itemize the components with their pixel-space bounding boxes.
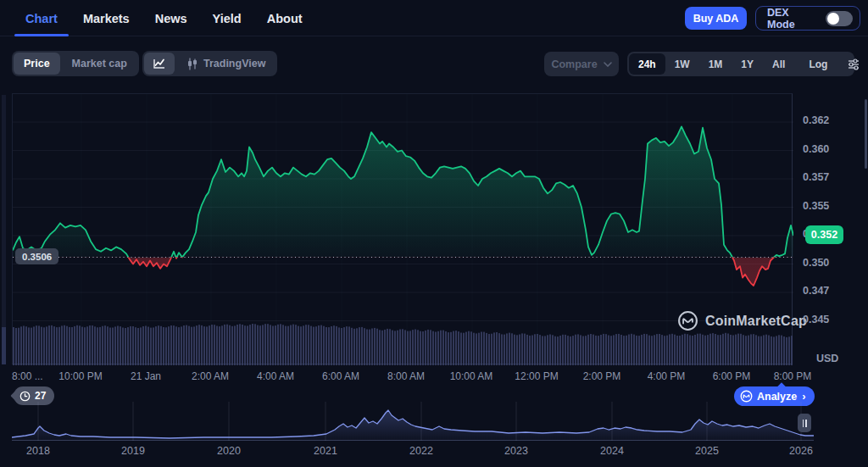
x-axis-label: 2:00 AM	[192, 370, 229, 382]
nav-tabs: Chart Markets News Yield About	[25, 0, 303, 36]
price-marketcap-switch: Price Market cap	[12, 51, 139, 76]
history-minimap[interactable]	[12, 397, 814, 441]
x-axis-label: 12:00 PM	[515, 370, 558, 382]
market-cap-tab[interactable]: Market cap	[62, 53, 137, 75]
price-chart-svg	[13, 94, 793, 365]
compare-label: Compare	[551, 58, 597, 70]
range-24h[interactable]: 24h	[629, 53, 665, 75]
x-axis-label: 6:00 PM	[713, 370, 751, 382]
range-1w[interactable]: 1W	[665, 53, 699, 75]
line-chart-type-button[interactable]	[144, 53, 175, 75]
y-axis-label: 0.357	[803, 171, 829, 183]
chart-type-switch: TradingView	[142, 51, 277, 76]
watermark-text: CoinMarketCap	[705, 314, 807, 329]
price-tab[interactable]: Price	[14, 53, 60, 75]
x-axis-label: 2:00 PM	[583, 370, 621, 382]
tab-yield[interactable]: Yield	[213, 12, 242, 25]
chart-settings-button[interactable]	[842, 53, 865, 75]
x-axis-label: 10:00 AM	[450, 370, 493, 382]
previous-close-label: 0.3506	[15, 248, 58, 264]
year-label: 2018	[26, 445, 50, 457]
tab-about[interactable]: About	[267, 12, 303, 25]
watermark: CoinMarketCap	[677, 310, 807, 331]
chevron-down-icon	[604, 62, 612, 67]
x-axis-label: 8:00 PM	[774, 370, 812, 382]
minimap-range-handle[interactable]	[798, 414, 811, 432]
tab-markets[interactable]: Markets	[83, 12, 130, 25]
x-axis-label: 8:00 AM	[387, 370, 425, 382]
year-label: 2023	[504, 445, 528, 457]
year-label: 2024	[600, 445, 624, 457]
year-label: 2025	[695, 445, 719, 457]
buy-ada-button[interactable]: Buy ADA	[685, 7, 747, 30]
x-axis-label: 4:00 PM	[648, 370, 686, 382]
x-axis-label: 10:00 PM	[58, 370, 102, 382]
line-chart-icon	[153, 57, 166, 70]
year-label: 2026	[789, 445, 813, 457]
scrollbar-thumb[interactable]	[865, 99, 867, 169]
minimap-svg	[12, 397, 814, 441]
currency-label: USD	[816, 353, 838, 364]
x-axis-label: 8:00 ...	[12, 370, 43, 382]
compare-button[interactable]: Compare	[544, 52, 619, 76]
year-label: 2022	[409, 445, 433, 457]
x-axis-label: 4:00 AM	[257, 370, 294, 382]
current-price-badge: 0.352	[805, 225, 843, 244]
time-range-group: 24h 1W 1M 1Y All Log	[627, 52, 854, 76]
tab-news[interactable]: News	[155, 12, 187, 25]
toggle-knob	[827, 13, 839, 25]
log-scale-button[interactable]: Log	[799, 53, 837, 75]
x-axis-label: 21 Jan	[131, 370, 161, 382]
year-label: 2020	[217, 445, 241, 457]
tradingview-label: TradingView	[203, 58, 265, 69]
tradingview-button[interactable]: TradingView	[176, 53, 275, 75]
year-label: 2021	[314, 445, 337, 457]
dex-mode-toggle[interactable]	[826, 11, 853, 26]
y-axis-label: 0.345	[803, 314, 829, 325]
left-edge-chart-overflow	[2, 95, 6, 364]
y-axis-label: 0.362	[803, 114, 829, 126]
y-axis-label: 0.350	[803, 257, 829, 269]
active-tab-underline	[14, 34, 69, 36]
range-1y[interactable]: 1Y	[732, 53, 763, 75]
year-label: 2019	[121, 445, 145, 457]
range-1m[interactable]: 1M	[699, 53, 732, 75]
range-all[interactable]: All	[763, 53, 794, 75]
y-axis-label: 0.347	[803, 285, 829, 297]
sliders-icon	[847, 58, 860, 71]
top-nav: Chart Markets News Yield About Buy ADA D…	[0, 0, 868, 36]
tab-chart[interactable]: Chart	[25, 12, 58, 25]
dex-mode-label: DEX Mode	[767, 7, 819, 31]
x-axis-label: 6:00 AM	[322, 370, 359, 382]
coinmarketcap-chart-page: Chart Markets News Yield About Buy ADA D…	[0, 0, 868, 467]
y-axis-label: 0.360	[803, 143, 829, 155]
dex-mode-control[interactable]: DEX Mode	[755, 6, 860, 31]
coinmarketcap-logo-icon	[677, 310, 698, 331]
y-axis-label: 0.355	[803, 200, 829, 212]
candlestick-icon	[186, 58, 198, 70]
left-edge-volume-overflow	[2, 327, 6, 364]
price-chart-plot[interactable]	[12, 93, 793, 364]
